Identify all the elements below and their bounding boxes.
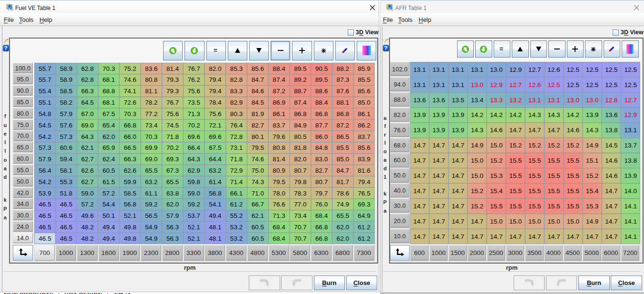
svg-text:15.5: 15.5 <box>547 187 560 195</box>
svg-text:14.6: 14.6 <box>605 172 617 179</box>
svg-text:62.0: 62.0 <box>103 133 116 140</box>
svg-text:84.5: 84.5 <box>252 99 264 106</box>
svg-text:14.7: 14.7 <box>433 218 445 225</box>
svg-text:15.0: 15.0 <box>547 218 560 225</box>
svg-text:71.3: 71.3 <box>273 212 285 219</box>
svg-text:62.7: 62.7 <box>81 156 94 163</box>
svg-text:81.7: 81.7 <box>337 178 349 185</box>
svg-text:74.9: 74.9 <box>337 201 349 208</box>
svg-text:73.4: 73.4 <box>145 121 158 128</box>
svg-text:56.4: 56.4 <box>39 167 52 174</box>
svg-text:49.6: 49.6 <box>81 212 94 219</box>
svg-text:12.9: 12.9 <box>509 66 522 73</box>
svg-text:80.8: 80.8 <box>273 144 285 151</box>
svg-text:48.1: 48.1 <box>209 235 221 242</box>
svg-text:85.0: 85.0 <box>358 99 371 106</box>
svg-text:15.0: 15.0 <box>509 218 522 225</box>
svg-text:14.7: 14.7 <box>433 187 445 195</box>
svg-text:14.7: 14.7 <box>605 203 617 210</box>
svg-text:75.6: 75.6 <box>166 110 179 117</box>
svg-text:68.8: 68.8 <box>103 88 115 95</box>
svg-text:76.7: 76.7 <box>166 99 179 106</box>
svg-text:13.1: 13.1 <box>624 127 637 134</box>
svg-text:56.8: 56.8 <box>124 201 137 208</box>
svg-text:69.0: 69.0 <box>145 156 158 163</box>
svg-text:85.5: 85.5 <box>358 76 371 83</box>
svg-text:67.5: 67.5 <box>103 110 115 117</box>
svg-text:66.0: 66.0 <box>124 133 137 140</box>
svg-text:63.2: 63.2 <box>209 167 221 174</box>
svg-text:13.1: 13.1 <box>528 97 541 104</box>
svg-text:14.9: 14.9 <box>471 142 483 149</box>
svg-text:15.2: 15.2 <box>471 187 483 195</box>
svg-text:46.5: 46.5 <box>60 224 72 231</box>
svg-text:15.0: 15.0 <box>471 172 484 179</box>
svg-text:51.8: 51.8 <box>60 189 72 196</box>
svg-text:69.0: 69.0 <box>81 121 94 128</box>
svg-text:76.2: 76.2 <box>188 76 200 83</box>
svg-text:82.7: 82.7 <box>252 121 264 128</box>
svg-text:64.3: 64.3 <box>188 156 200 163</box>
svg-text:83.0: 83.0 <box>315 156 328 163</box>
svg-text:88.1: 88.1 <box>337 99 349 106</box>
svg-text:14.6: 14.6 <box>605 157 617 164</box>
svg-text:71.4: 71.4 <box>230 178 243 185</box>
svg-text:88.2: 88.2 <box>337 65 349 72</box>
svg-text:14.0: 14.0 <box>624 187 637 195</box>
svg-text:13.5: 13.5 <box>452 97 464 104</box>
svg-text:68.1: 68.1 <box>103 76 115 83</box>
svg-text:86.1: 86.1 <box>358 110 371 117</box>
svg-text:70.7: 70.7 <box>294 235 306 242</box>
svg-text:53.2: 53.2 <box>230 224 243 231</box>
svg-text:14.7: 14.7 <box>433 157 445 164</box>
svg-text:86.0: 86.0 <box>315 133 328 140</box>
svg-text:90.5: 90.5 <box>315 65 328 72</box>
svg-text:13.1: 13.1 <box>413 81 426 88</box>
svg-text:13.0: 13.0 <box>586 97 599 104</box>
svg-text:15.5: 15.5 <box>567 187 579 195</box>
svg-text:55.4: 55.4 <box>39 88 52 95</box>
svg-text:77.2: 77.2 <box>145 110 157 117</box>
svg-text:59.2: 59.2 <box>145 201 157 208</box>
svg-text:68.4: 68.4 <box>273 224 286 231</box>
svg-text:80.8: 80.8 <box>145 76 157 83</box>
svg-text:87.6: 87.6 <box>337 88 349 95</box>
svg-text:56.3: 56.3 <box>166 224 179 231</box>
svg-text:49.4: 49.4 <box>103 224 116 231</box>
svg-text:76.7: 76.7 <box>188 65 200 72</box>
svg-text:68.4: 68.4 <box>315 212 328 219</box>
svg-text:66.4: 66.4 <box>188 144 201 151</box>
svg-text:65.4: 65.4 <box>103 121 116 128</box>
svg-text:14.7: 14.7 <box>413 142 426 149</box>
svg-text:84.7: 84.7 <box>252 76 264 83</box>
svg-text:54.9: 54.9 <box>145 224 157 231</box>
svg-text:53.9: 53.9 <box>39 189 51 196</box>
svg-text:14.7: 14.7 <box>528 127 541 134</box>
svg-text:48.2: 48.2 <box>81 235 94 242</box>
svg-text:76.6: 76.6 <box>273 201 285 208</box>
svg-text:13.6: 13.6 <box>605 111 617 118</box>
svg-text:55.1: 55.1 <box>39 99 51 106</box>
svg-text:14.7: 14.7 <box>547 127 560 134</box>
svg-text:86.2: 86.2 <box>358 121 371 128</box>
svg-text:46.5: 46.5 <box>39 212 51 219</box>
svg-text:68.4: 68.4 <box>273 235 286 242</box>
svg-text:85.6: 85.6 <box>358 144 371 151</box>
svg-text:81.4: 81.4 <box>273 156 286 163</box>
svg-text:62.6: 62.6 <box>124 167 137 174</box>
svg-text:59.0: 59.0 <box>81 189 94 196</box>
svg-text:14.9: 14.9 <box>586 142 598 149</box>
svg-text:66.8: 66.8 <box>315 224 328 231</box>
svg-text:89.5: 89.5 <box>315 76 328 83</box>
svg-text:57.6: 57.6 <box>60 121 72 128</box>
svg-text:69.6: 69.6 <box>209 133 221 140</box>
svg-text:54.2: 54.2 <box>39 178 51 185</box>
svg-text:15.3: 15.3 <box>586 203 598 210</box>
svg-text:60.5: 60.5 <box>252 235 264 242</box>
svg-text:74.6: 74.6 <box>252 156 264 163</box>
svg-text:13.6: 13.6 <box>433 97 445 104</box>
svg-text:54.8: 54.8 <box>39 110 51 117</box>
svg-text:88.4: 88.4 <box>273 65 286 72</box>
svg-text:15.0: 15.0 <box>567 218 580 225</box>
svg-text:71.3: 71.3 <box>188 110 200 117</box>
